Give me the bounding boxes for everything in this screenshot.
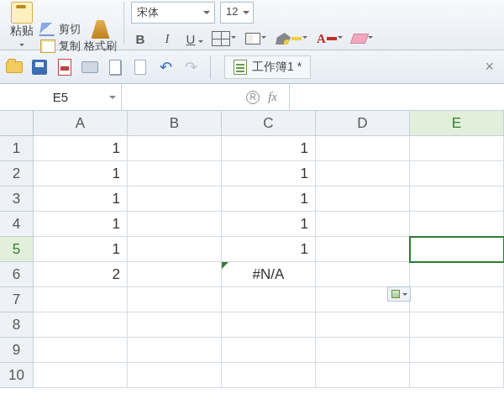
cell[interactable] bbox=[410, 287, 504, 312]
fill-color-button[interactable] bbox=[276, 31, 308, 46]
page-setup-button[interactable] bbox=[131, 58, 150, 76]
cell[interactable] bbox=[128, 186, 222, 212]
cell[interactable]: 1 bbox=[34, 136, 128, 161]
cell[interactable] bbox=[410, 161, 504, 186]
bold-button[interactable]: B bbox=[131, 30, 150, 47]
cell[interactable] bbox=[128, 136, 222, 161]
cell[interactable] bbox=[316, 136, 410, 161]
clear-button[interactable] bbox=[352, 31, 374, 46]
row-header[interactable]: 8 bbox=[0, 312, 34, 338]
preview-icon bbox=[109, 60, 121, 75]
spreadsheet-grid[interactable]: ABCDE11121131141151162#N/A78910 bbox=[0, 111, 504, 388]
cell[interactable] bbox=[316, 312, 410, 338]
cell[interactable]: #N/A bbox=[222, 262, 316, 287]
column-header[interactable]: D bbox=[316, 111, 410, 136]
cell[interactable] bbox=[410, 312, 504, 338]
cell[interactable] bbox=[316, 161, 410, 186]
cut-button[interactable]: 剪切 bbox=[40, 22, 81, 37]
column-header[interactable]: B bbox=[128, 111, 222, 136]
font-name-select[interactable]: 宋体 bbox=[131, 2, 215, 24]
row-header[interactable]: 6 bbox=[0, 262, 34, 287]
autofill-options-button[interactable] bbox=[387, 286, 411, 302]
cell[interactable] bbox=[410, 363, 504, 388]
cell[interactable] bbox=[222, 312, 316, 338]
cell[interactable]: 1 bbox=[222, 186, 316, 212]
cell[interactable] bbox=[128, 338, 222, 363]
cell[interactable] bbox=[128, 262, 222, 287]
cell[interactable] bbox=[316, 186, 410, 212]
cell[interactable] bbox=[128, 237, 222, 262]
undo-button[interactable]: ↶ bbox=[156, 58, 175, 76]
cell[interactable]: 1 bbox=[34, 161, 128, 186]
paste-button[interactable]: 粘贴 bbox=[10, 2, 34, 54]
cell[interactable] bbox=[128, 312, 222, 338]
cell[interactable] bbox=[316, 237, 410, 262]
close-tab-button[interactable]: × bbox=[480, 58, 499, 76]
row-header[interactable]: 3 bbox=[0, 186, 34, 212]
row-header[interactable]: 2 bbox=[0, 161, 34, 186]
cell[interactable] bbox=[410, 338, 504, 363]
cell[interactable] bbox=[128, 161, 222, 186]
cell[interactable]: 1 bbox=[222, 212, 316, 237]
formula-input[interactable] bbox=[290, 84, 504, 110]
cell[interactable] bbox=[222, 287, 316, 312]
cell[interactable] bbox=[410, 237, 504, 262]
row-header[interactable]: 9 bbox=[0, 338, 34, 363]
cell[interactable] bbox=[410, 136, 504, 161]
cell[interactable] bbox=[34, 287, 128, 312]
cell[interactable]: 1 bbox=[222, 161, 316, 186]
underline-button[interactable]: U bbox=[185, 30, 203, 47]
cell[interactable] bbox=[316, 212, 410, 237]
select-all-corner[interactable] bbox=[0, 111, 34, 136]
copy-button[interactable]: 复制 bbox=[40, 39, 81, 54]
paste-icon bbox=[11, 2, 33, 24]
borders-button[interactable] bbox=[212, 31, 237, 46]
cell[interactable] bbox=[128, 363, 222, 388]
row-header[interactable]: 10 bbox=[0, 363, 34, 388]
column-header[interactable]: A bbox=[34, 111, 128, 136]
cell[interactable] bbox=[34, 312, 128, 338]
export-pdf-button[interactable] bbox=[55, 58, 74, 76]
pdf-icon bbox=[58, 59, 71, 76]
column-header[interactable]: E bbox=[410, 111, 504, 136]
cell[interactable] bbox=[34, 363, 128, 388]
row-header[interactable]: 4 bbox=[0, 212, 34, 237]
cell[interactable]: 1 bbox=[34, 186, 128, 212]
print-preview-button[interactable] bbox=[106, 58, 124, 76]
cell[interactable] bbox=[316, 363, 410, 388]
row-header[interactable]: 1 bbox=[0, 136, 34, 161]
cell[interactable] bbox=[410, 186, 504, 212]
font-color-button[interactable]: A bbox=[317, 31, 344, 46]
cell[interactable] bbox=[128, 287, 222, 312]
column-header[interactable]: C bbox=[222, 111, 316, 136]
row-header[interactable]: 7 bbox=[0, 287, 34, 312]
cell[interactable]: 2 bbox=[34, 262, 128, 287]
cell[interactable]: 1 bbox=[34, 212, 128, 237]
format-painter-button[interactable]: 格式刷 bbox=[84, 20, 117, 54]
name-box[interactable]: E5 bbox=[0, 84, 122, 110]
merge-button[interactable] bbox=[245, 31, 267, 46]
print-button[interactable] bbox=[81, 58, 99, 76]
cell[interactable] bbox=[222, 338, 316, 363]
redo-button[interactable]: ↷ bbox=[181, 58, 200, 76]
cell[interactable] bbox=[316, 338, 410, 363]
font-size-select[interactable]: 12 bbox=[220, 2, 254, 24]
cell[interactable] bbox=[410, 262, 504, 287]
trace-icon[interactable]: R bbox=[246, 91, 260, 104]
cell[interactable] bbox=[316, 262, 410, 287]
cell[interactable]: 1 bbox=[222, 237, 316, 262]
bucket-icon bbox=[276, 33, 291, 45]
cell[interactable]: 1 bbox=[34, 237, 128, 262]
italic-button[interactable]: I bbox=[158, 30, 176, 47]
open-button[interactable] bbox=[5, 58, 24, 76]
cell[interactable] bbox=[222, 363, 316, 388]
chevron-down-icon bbox=[18, 39, 25, 54]
cell[interactable] bbox=[128, 212, 222, 237]
fx-button[interactable]: fx bbox=[268, 90, 277, 104]
document-tab[interactable]: 工作簿1 * bbox=[224, 55, 311, 79]
row-header[interactable]: 5 bbox=[0, 237, 34, 262]
cell[interactable] bbox=[34, 338, 128, 363]
cell[interactable] bbox=[410, 212, 504, 237]
save-button[interactable] bbox=[30, 58, 49, 76]
cell[interactable]: 1 bbox=[222, 136, 316, 161]
